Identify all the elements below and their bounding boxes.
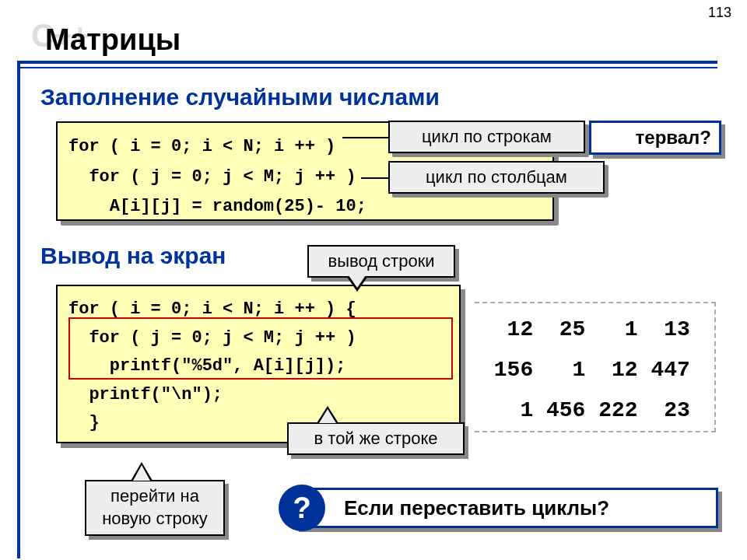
question-mark-icon: ? xyxy=(279,485,325,531)
callout-rows: цикл по строкам xyxy=(388,121,585,153)
partial-question-box: тервал? xyxy=(589,121,721,155)
section-heading-fill: Заполнение случайными числами xyxy=(40,84,440,110)
callout-row-output: вывод строки xyxy=(307,245,455,278)
output-sample: 12 25 1 13 156 1 12 447 1 456 222 23 xyxy=(475,302,716,432)
callout-same-line: в той же строке xyxy=(287,422,465,455)
callout-rowout-tail-fill xyxy=(349,275,366,288)
connector-line-rows xyxy=(342,137,389,138)
connector-line-cols xyxy=(361,177,389,179)
question-box: Если переставить циклы? xyxy=(295,488,718,528)
title-rule-2 xyxy=(17,67,717,68)
code-box-2: for ( i = 0; i < N; i ++ ) { for ( j = 0… xyxy=(56,285,461,443)
left-rule xyxy=(17,61,20,558)
callout-newline: перейти на новую строку xyxy=(85,480,225,536)
callout-newline-tail-fill xyxy=(133,465,150,481)
page-number: 113 xyxy=(708,5,731,21)
callout-cols: цикл по столбцам xyxy=(388,161,605,194)
section-heading-output: Вывод на экран xyxy=(40,243,226,269)
title-rule-1 xyxy=(17,61,717,64)
slide-title: Матрицы xyxy=(45,23,181,57)
callout-sameline-tail-fill xyxy=(319,409,336,423)
